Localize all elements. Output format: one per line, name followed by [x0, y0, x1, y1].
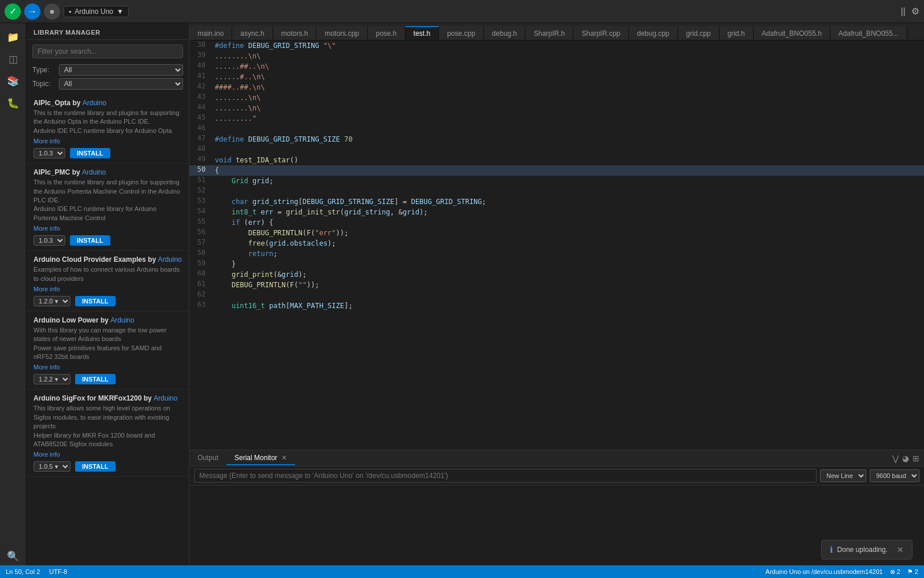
lib-more-4[interactable]: More info [33, 451, 60, 458]
list-item: Arduino SigFox for MKRFox1200 by Arduino… [27, 390, 189, 477]
settings-icon-button[interactable]: ⚙ [911, 6, 919, 17]
list-item: Arduino Low Power by Arduino With this l… [27, 312, 189, 390]
new-line-select[interactable]: New Line [820, 469, 866, 482]
lib-more-0[interactable]: More info [33, 138, 60, 144]
verify-button[interactable]: ✓ [5, 3, 21, 20]
bottom-panel: Output Serial Monitor ✕ ⋁ ◕ ⊞ New Line 9… [189, 450, 924, 565]
board-name: Arduino Uno [74, 8, 113, 16]
boards-icon-button[interactable]: ◫ [4, 50, 23, 68]
debug-icon-button[interactable]: 🐛 [4, 94, 23, 112]
code-line-49: 49 void test_IDA_star() [189, 155, 924, 165]
board-selector[interactable]: ▪ Arduino Uno ▼ [64, 6, 129, 17]
lib-author-4: Arduino [154, 394, 177, 402]
tab-debug-cpp[interactable]: debug.cpp [629, 26, 678, 40]
lib-actions-1: 1.0.3 INSTALL [33, 235, 182, 246]
tab-sharpir-h[interactable]: SharpIR.h [526, 26, 573, 40]
tab-adafruit-bno055-h[interactable]: Adafruit_BNO055.h [754, 26, 830, 40]
library-manager-title: LIBRARY MANAGER [27, 23, 189, 40]
tab-output[interactable]: Output [189, 451, 226, 465]
tab-serial-monitor[interactable]: Serial Monitor ✕ [226, 451, 295, 465]
status-position: Ln 50, Col 2 [6, 568, 40, 575]
lib-version-select-2[interactable]: 1.2.0 ▾ [33, 296, 70, 306]
tab-grid-cpp[interactable]: grid.cpp [678, 26, 720, 40]
lib-more-3[interactable]: More info [33, 364, 60, 370]
lib-author-2: Arduino [158, 255, 181, 264]
lib-version-select-3[interactable]: 1.2.2 ▾ [33, 374, 70, 384]
code-line-53: 53 char grid_string[DEBUG_GRID_STRING_SI… [189, 197, 924, 207]
lib-name-3: Arduino Low Power [33, 316, 99, 324]
bottom-tabs: Output Serial Monitor ✕ ⋁ ◕ ⊞ [189, 450, 924, 466]
list-item: AIPlc_Opta by Arduino This is the runtim… [27, 94, 189, 164]
lib-install-button-1[interactable]: INSTALL [70, 235, 110, 246]
serial-monitor-input[interactable] [194, 469, 817, 483]
code-line-62: 62 [189, 290, 924, 301]
tab-debug-h[interactable]: debug.h [484, 26, 526, 40]
tab-test-h[interactable]: test.h [405, 26, 439, 40]
lib-desc-3: With this library you can manage the low… [33, 326, 182, 362]
tab-pose-cpp[interactable]: pose.cpp [439, 26, 484, 40]
tab-grid-h[interactable]: grid.h [720, 26, 754, 40]
code-line-55: 55 if (err) { [189, 217, 924, 228]
board-icon: ▪ [69, 8, 71, 16]
collapse-button[interactable]: ⋁ [892, 454, 899, 463]
code-line-52: 52 [189, 186, 924, 197]
code-line-57: 57 free(grid.obstacles); [189, 238, 924, 249]
tab-adafruit-bno055-more[interactable]: Adafruit_BNO055... [830, 26, 907, 40]
search-icon-button[interactable]: 🔍 [4, 547, 23, 565]
type-select[interactable]: All [59, 64, 183, 76]
tab-sharpir-cpp[interactable]: SharpIR.cpp [573, 26, 629, 40]
code-line-46: 46 [189, 124, 924, 134]
upload-button[interactable]: → [24, 3, 40, 20]
grid-button[interactable]: ⊞ [912, 454, 919, 463]
tab-pose-h[interactable]: pose.h [368, 26, 405, 40]
code-line-44: 44 ........\n\ [189, 103, 924, 113]
library-icon-button[interactable]: 📚 [4, 72, 23, 90]
lib-more-2[interactable]: More info [33, 286, 60, 292]
lib-author-0: Arduino [83, 99, 106, 107]
lib-version-select-1[interactable]: 1.0.3 [33, 235, 65, 246]
clock-button[interactable]: ◕ [902, 454, 909, 463]
status-right: Arduino Uno on /dev/cu.usbmodem14201 ⊗ 2… [766, 568, 918, 576]
notification-close[interactable]: ✕ [897, 545, 904, 554]
icon-bar: 📁 ◫ 📚 🐛 🔍 [0, 23, 27, 565]
tab-motors-cpp[interactable]: motors.cpp [316, 26, 367, 40]
lib-title-2: Arduino Cloud Provider Examples by Ardui… [33, 255, 182, 264]
signal-icon-button[interactable]: || [896, 6, 906, 17]
debug-button[interactable]: ● [44, 3, 60, 20]
lib-desc-0: This is the runtime library and plugins … [33, 109, 182, 135]
code-line-42: 42 ####..##.\n\ [189, 82, 924, 92]
lib-version-select-4[interactable]: 1.0.5 ▾ [33, 461, 70, 472]
serial-output [189, 486, 924, 565]
code-line-63: 63 uint16_t path[MAX_PATH_SIZE]; [189, 301, 924, 311]
tab-async-h[interactable]: async.h [232, 26, 273, 40]
lib-more-1[interactable]: More info [33, 225, 60, 232]
code-line-54: 54 int8_t err = grid_init_str(grid_strin… [189, 207, 924, 217]
topic-select[interactable]: All [59, 78, 183, 90]
serial-monitor-close[interactable]: ✕ [281, 454, 287, 462]
toolbar: ✓ → ● ▪ Arduino Uno ▼ || ⚙ [0, 0, 924, 23]
code-line-45: 45 ........." [189, 113, 924, 124]
tab-main-ino[interactable]: main.ino [189, 26, 232, 40]
lib-install-button-2[interactable]: INSTALL [75, 296, 116, 306]
folder-icon-button[interactable]: 📁 [4, 28, 23, 46]
code-table: 38 #define DEBUG_GRID_STRING "\" 39 ....… [189, 40, 924, 311]
code-line-38: 38 #define DEBUG_GRID_STRING "\" [189, 40, 924, 51]
lib-title-1: AIPlc_PMC by Arduino [33, 168, 182, 176]
code-editor[interactable]: 38 #define DEBUG_GRID_STRING "\" 39 ....… [189, 40, 924, 450]
code-area: main.ino async.h motors.h motors.cpp pos… [189, 23, 924, 565]
main-layout: 📁 ◫ 📚 🐛 🔍 LIBRARY MANAGER Type: All Topi… [0, 23, 924, 565]
lib-install-button-3[interactable]: INSTALL [75, 374, 116, 384]
lib-install-button-0[interactable]: INSTALL [70, 148, 110, 158]
code-line-56: 56 DEBUG_PRINTLN(F("err")); [189, 228, 924, 238]
lib-desc-1: This is the runtime library and plugins … [33, 178, 182, 223]
status-errors: ⊗ 2 [890, 568, 900, 576]
baud-rate-select[interactable]: 9600 baud [870, 469, 919, 482]
topic-filter-row: Topic: All [27, 77, 189, 91]
library-search-input[interactable] [32, 45, 183, 58]
lib-install-button-4[interactable]: INSTALL [75, 461, 116, 472]
lib-version-select-0[interactable]: 1.0.3 [33, 148, 65, 158]
lib-actions-4: 1.0.5 ▾ INSTALL [33, 461, 182, 472]
type-filter-row: Type: All [27, 63, 189, 77]
tab-motors-h[interactable]: motors.h [273, 26, 317, 40]
code-line-43: 43 ........\n\ [189, 92, 924, 103]
